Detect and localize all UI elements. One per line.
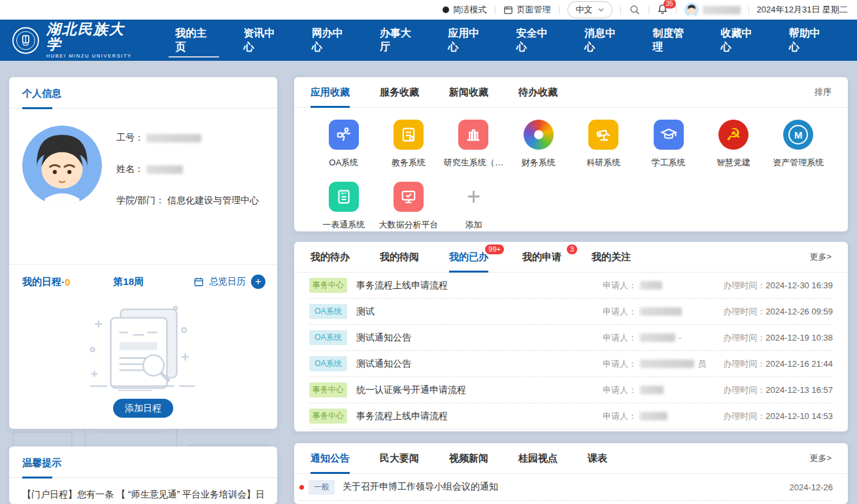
tasks-card: 我的待办 我的待阅 我的已办99+ 我的申请3 我的关注 更多> 事务中心 事务… [294, 242, 848, 431]
nav-item-my-home[interactable]: 我的主页 [160, 20, 227, 61]
app-research-system[interactable]: 科研系统 [571, 120, 636, 169]
oa-system-icon [329, 120, 359, 150]
tips-title: 温馨提示 [22, 457, 61, 468]
tab-news-favorites[interactable]: 新闻收藏 [449, 77, 488, 107]
personal-info-card: 个人信息 [9, 77, 277, 429]
add-schedule-plus-button[interactable]: + [251, 275, 265, 289]
search-icon[interactable] [629, 4, 641, 16]
asset-management-icon: M [783, 120, 813, 150]
week-indicator: 第18周 [113, 276, 144, 288]
app-big-data-platform[interactable]: 大数据分析平台 [376, 182, 441, 231]
tab-my-todo[interactable]: 我的待办 [311, 242, 350, 272]
tab-my-to-read[interactable]: 我的待阅 [380, 242, 419, 272]
tab-video-news[interactable]: 视频新闻 [449, 443, 488, 473]
profile-fields: 工号： 姓名： 学院/部门： 信息化建设与管理中心 [116, 126, 259, 226]
tasks-more-link[interactable]: 更多> [809, 251, 832, 263]
task-row[interactable]: OA系统 测试通知公告 申请人：- 办理时间：2024-12-19 10:38 [309, 325, 833, 351]
source-badge: OA系统 [309, 304, 347, 319]
app-label: 财务系统 [522, 157, 556, 169]
language-select[interactable]: 中文 [567, 1, 613, 18]
app-graduate-system[interactable]: 研究生系统（… [441, 120, 506, 169]
nav-item-news-center[interactable]: 资讯中心 [228, 20, 296, 61]
one-form-system-icon: A+ [329, 182, 359, 212]
app-label: 一表通系统 [322, 219, 365, 231]
app-add-button[interactable]: + 添加 [441, 182, 506, 231]
nav-item-help-center[interactable]: 帮助中心 [773, 20, 841, 61]
tab-my-follows[interactable]: 我的关注 [592, 242, 631, 272]
app-oa-system[interactable]: OA系统 [311, 120, 376, 169]
favorites-tabs: 应用收藏 服务收藏 新闻收藏 待办收藏 排序 [294, 77, 848, 108]
done-count-badge: 99+ [485, 244, 504, 254]
task-row[interactable]: 事务中心 事务流程上线申请流程 申请人： 办理时间：2024-12-30 16:… [309, 273, 833, 299]
nav-item-security-center[interactable]: 安全中心 [501, 20, 569, 61]
tab-app-favorites[interactable]: 应用收藏 [311, 77, 350, 107]
nav-item-favorites-center[interactable]: 收藏中心 [705, 20, 773, 61]
notice-row[interactable]: 一般 关于召开申博工作领导小组会议的通知 2024-12-26 [299, 474, 833, 501]
profile-avatar [22, 126, 102, 205]
app-finance-system[interactable]: 财务系统 [506, 120, 571, 169]
app-academic-system[interactable]: 教务系统 [376, 120, 441, 169]
divider [748, 6, 749, 14]
tab-university-news[interactable]: 民大要闻 [380, 443, 419, 473]
applicant-redacted [640, 307, 682, 316]
applicant-redacted [640, 281, 662, 290]
tab-notice-announcements[interactable]: 通知公告 [311, 443, 350, 473]
name-redacted [146, 165, 183, 174]
app-student-system[interactable]: 学工系统 [636, 120, 701, 169]
source-badge: 事务中心 [309, 278, 347, 293]
tasks-tabs: 我的待办 我的待阅 我的已办99+ 我的申请3 我的关注 更多> [294, 242, 848, 273]
sort-button[interactable]: 排序 [815, 86, 832, 98]
tab-todo-favorites[interactable]: 待办收藏 [518, 77, 558, 107]
divider [648, 6, 649, 14]
app-grid: OA系统 教务系统 研究生系统（… 财务系统 [294, 108, 848, 231]
tab-my-applications[interactable]: 我的申请3 [522, 242, 562, 272]
task-time: 2024-12-26 09:59 [765, 307, 833, 316]
tab-guiyuan-viewpoint[interactable]: 桂园视点 [518, 443, 558, 473]
name-label: 姓名： [116, 163, 144, 175]
nav-item-message-center[interactable]: 消息中心 [569, 20, 637, 61]
finance-system-icon [524, 120, 554, 150]
nav-item-online-center[interactable]: 网办中心 [296, 20, 364, 61]
nav-item-policy-management[interactable]: 制度管理 [637, 20, 705, 61]
applications-count-badge: 3 [567, 244, 577, 254]
add-schedule-button[interactable]: 添加日程 [113, 399, 173, 418]
task-row[interactable]: 事务中心 事务流程上线申请流程 申请人： 办理时间：2024-12-10 14:… [309, 403, 833, 429]
app-one-form-system[interactable]: A+ 一表通系统 [311, 182, 376, 231]
task-title: 测试通知公告 [356, 332, 411, 344]
graduate-system-icon [458, 120, 488, 150]
employee-id-field: 工号： [116, 132, 259, 144]
name-field: 姓名： [116, 163, 259, 175]
task-row[interactable]: OA系统 测试通知公告 申请人：员 办理时间：2024-12-16 21:44 [309, 351, 833, 377]
divider [620, 6, 621, 14]
page-manage-button[interactable]: 页面管理 [503, 4, 551, 16]
chevron-down-icon [598, 8, 604, 12]
employee-id-redacted [146, 134, 201, 143]
app-label: 添加 [465, 219, 482, 231]
tip-item[interactable]: 【门户日程】您有一条 【 “师生意见通” 平台业务培训会】日… [22, 478, 264, 504]
schedule-count: 0 [65, 277, 70, 288]
task-title: 事务流程上线申请流程 [356, 411, 448, 422]
schedule-title: 我的日程 [22, 276, 61, 288]
university-logo[interactable]: 湖北民族大学 HUBEI MINZU UNIVERSITY [12, 22, 133, 59]
tab-my-done[interactable]: 我的已办99+ [449, 242, 488, 272]
app-label: 学工系统 [652, 157, 686, 169]
notices-more-link[interactable]: 更多> [809, 452, 832, 464]
task-row[interactable]: OA系统 测试 申请人： 办理时间：2024-12-26 09:59 [309, 299, 833, 325]
user-account[interactable] [684, 3, 741, 17]
task-row[interactable]: 事务中心 统一认证账号开通申请流程 申请人： 办理时间：2024-12-13 1… [309, 377, 833, 403]
app-party-building[interactable]: ☭ 智慧党建 [701, 120, 765, 169]
notifications-button[interactable]: 35 [657, 3, 668, 17]
nav-item-service-hall[interactable]: 办事大厅 [364, 20, 432, 61]
source-badge: OA系统 [309, 356, 347, 371]
tips-header: 温馨提示 [9, 446, 277, 478]
tab-service-favorites[interactable]: 服务收藏 [380, 77, 419, 107]
tab-timetable[interactable]: 课表 [588, 443, 607, 473]
research-system-icon [588, 120, 618, 150]
personal-info-title: 个人信息 [22, 88, 61, 99]
app-asset-management[interactable]: M 资产管理系统 [766, 120, 831, 169]
task-title: 测试通知公告 [356, 358, 411, 370]
simple-mode-toggle[interactable]: 简洁模式 [443, 4, 487, 16]
calendar-overview-link[interactable]: 总览日历 [209, 276, 246, 288]
app-label: OA系统 [329, 157, 358, 169]
nav-item-app-center[interactable]: 应用中心 [432, 20, 500, 61]
